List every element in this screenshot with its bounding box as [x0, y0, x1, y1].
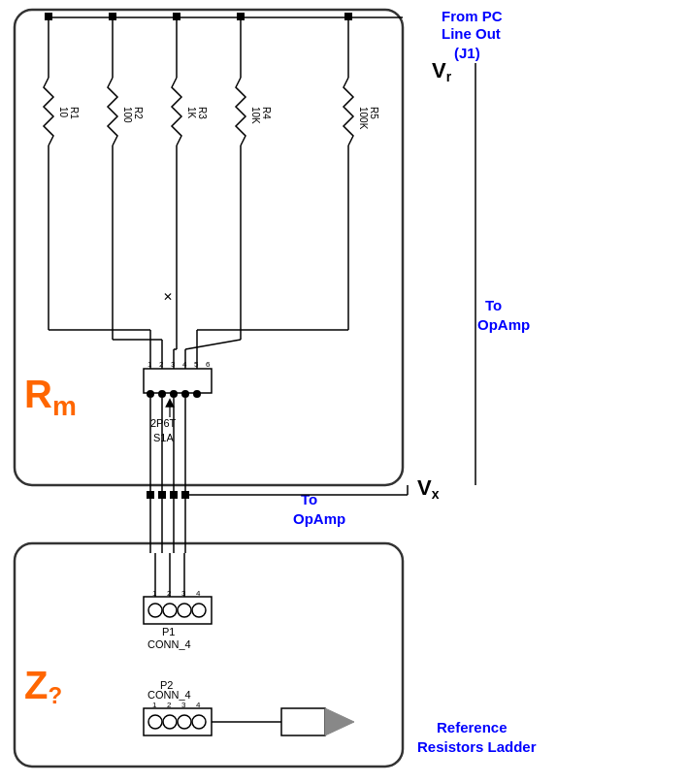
- diagram-container: From PC Line Out (J1) Vr To OpAmp 10 R1 …: [0, 0, 688, 784]
- p1-pin4: 4: [196, 589, 201, 598]
- svg-rect-47: [170, 491, 178, 499]
- r2-name-label: R2: [133, 107, 144, 119]
- svg-rect-1: [15, 543, 403, 767]
- vx-label: Vx: [417, 475, 440, 502]
- p2-pin2: 2: [167, 701, 172, 709]
- vr-label: Vr: [432, 58, 452, 84]
- r4-val-label: 10K: [250, 107, 261, 124]
- svg-rect-5: [109, 13, 116, 20]
- r5-name-label: R5: [369, 107, 379, 119]
- p2-label: P2: [160, 679, 173, 691]
- svg-rect-8: [344, 13, 352, 20]
- svg-point-66: [178, 715, 191, 729]
- switch-pin4: 4: [182, 360, 187, 369]
- resistors-ladder-label: Resistors Ladder: [417, 738, 537, 755]
- conn4-p1-label: CONN_4: [147, 638, 191, 650]
- rm-label: Rm: [24, 373, 77, 421]
- to-opamp-label2: OpAmp: [477, 316, 530, 333]
- r3-name-label: R3: [197, 107, 208, 119]
- from-pc-label: From PC: [442, 8, 503, 24]
- svg-point-64: [148, 715, 162, 729]
- r3-val-label: 1K: [186, 107, 197, 119]
- svg-rect-45: [147, 491, 154, 499]
- switch-pin3: 3: [171, 360, 176, 369]
- svg-point-65: [163, 715, 177, 729]
- svg-point-56: [148, 604, 162, 617]
- svg-rect-48: [181, 491, 189, 499]
- p2-pin1: 1: [152, 701, 157, 709]
- svg-point-57: [163, 604, 177, 617]
- cross-mark: ✕: [163, 290, 173, 304]
- svg-line-29: [185, 340, 241, 349]
- r4-name-label: R4: [261, 107, 272, 119]
- switch-label2: S1A: [153, 432, 174, 443]
- svg-rect-46: [158, 491, 166, 499]
- p1-label: P1: [162, 626, 175, 637]
- to-opamp2-label2: OpAmp: [293, 510, 345, 527]
- svg-point-39: [193, 390, 201, 398]
- p2-pin4: 4: [196, 701, 201, 709]
- svg-point-38: [181, 390, 189, 398]
- switch-pin6: 6: [206, 360, 211, 369]
- switch-pin1: 1: [147, 360, 152, 369]
- j1-label: (J1): [454, 45, 480, 61]
- svg-rect-34: [144, 369, 212, 393]
- svg-point-58: [178, 604, 191, 617]
- zq-label: Z?: [24, 664, 62, 708]
- p2-pin3: 3: [181, 701, 186, 709]
- svg-point-35: [147, 390, 154, 398]
- svg-marker-69: [325, 708, 354, 735]
- svg-point-37: [170, 390, 178, 398]
- switch-label1: 2P6T: [150, 417, 177, 429]
- svg-point-67: [192, 715, 206, 729]
- svg-rect-68: [281, 708, 325, 735]
- svg-rect-7: [237, 13, 245, 20]
- switch-pin5: 5: [194, 360, 199, 369]
- svg-point-36: [158, 390, 166, 398]
- r1-name-label: R1: [69, 107, 80, 119]
- line-out-label: Line Out: [442, 25, 501, 42]
- svg-point-59: [192, 604, 206, 617]
- r1-val-label: 10: [58, 107, 69, 118]
- svg-rect-6: [173, 13, 180, 20]
- svg-rect-4: [45, 13, 52, 20]
- to-opamp2-label1: To: [301, 491, 317, 507]
- switch-pin2: 2: [159, 360, 164, 369]
- reference-label: Reference: [437, 719, 508, 735]
- r2-val-label: 100: [122, 107, 133, 123]
- r5-val-label: 100K: [358, 107, 369, 130]
- to-opamp-label1: To: [485, 297, 502, 313]
